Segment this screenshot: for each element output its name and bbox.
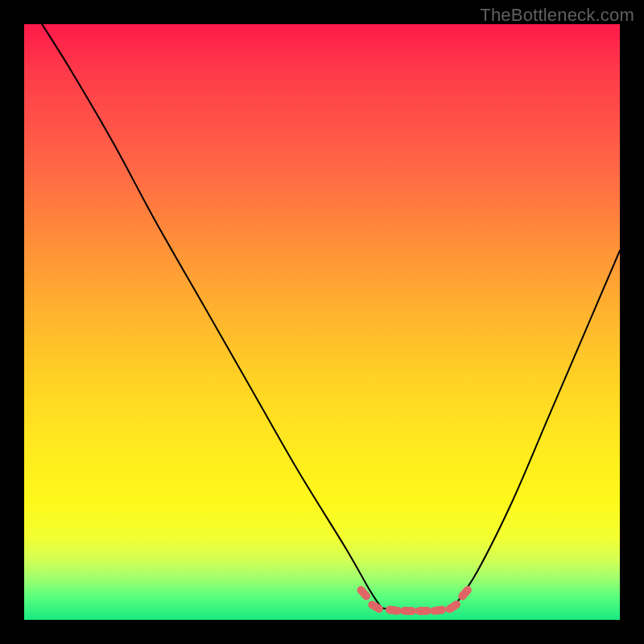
valley-marker — [430, 605, 447, 616]
valley-marker — [355, 584, 372, 602]
curve-layer — [42, 24, 620, 611]
marker-layer — [355, 584, 473, 616]
valley-marker — [385, 605, 402, 615]
valley-marker — [400, 607, 416, 615]
valley-marker — [415, 607, 431, 615]
valley-marker — [366, 599, 384, 614]
series-left-branch — [42, 24, 382, 608]
chart-svg — [24, 24, 620, 620]
series-right-branch — [453, 250, 620, 608]
outer-frame: TheBottleneck.com — [0, 0, 644, 644]
valley-marker — [444, 599, 462, 614]
watermark-text: TheBottleneck.com — [480, 5, 634, 26]
